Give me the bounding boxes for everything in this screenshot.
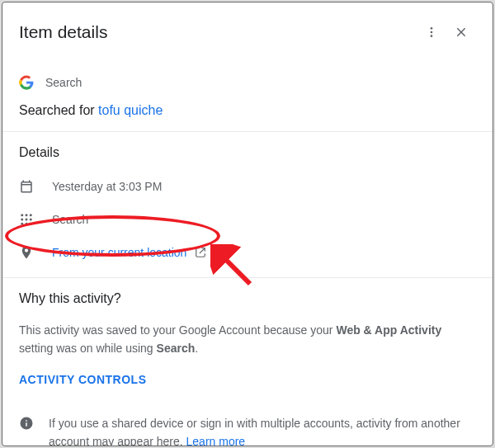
kebab-icon xyxy=(425,26,438,39)
dialog-header: Item details xyxy=(2,2,493,62)
searched-prefix: Searched for xyxy=(19,103,98,117)
source-section: Search Searched for tofu quiche xyxy=(2,62,493,132)
product-value: Search xyxy=(52,213,88,226)
svg-point-7 xyxy=(30,214,32,216)
apps-grid-icon xyxy=(19,212,34,227)
why-section: Why this activity? This activity was sav… xyxy=(2,278,493,399)
calendar-icon xyxy=(19,179,34,194)
activity-summary: Searched for tofu quiche xyxy=(19,103,476,118)
svg-point-12 xyxy=(26,223,28,225)
close-button[interactable] xyxy=(446,17,476,47)
svg-point-13 xyxy=(30,223,32,225)
detail-row-location: From your current location xyxy=(19,241,476,264)
detail-row-timestamp: Yesterday at 3:03 PM xyxy=(19,175,476,198)
shared-device-note: If you use a shared device or sign in wi… xyxy=(2,399,493,446)
open-external-icon xyxy=(195,247,206,258)
svg-point-10 xyxy=(30,219,32,221)
svg-point-6 xyxy=(26,214,28,216)
location-pin-icon xyxy=(19,245,34,260)
shared-device-text: If you use a shared device or sign in wi… xyxy=(49,414,476,446)
source-row: Search xyxy=(19,75,476,90)
svg-point-9 xyxy=(26,219,28,221)
info-icon xyxy=(19,416,34,431)
svg-point-0 xyxy=(431,27,433,30)
google-logo-icon xyxy=(19,75,34,90)
search-query-link[interactable]: tofu quiche xyxy=(98,103,163,117)
detail-row-product: Search xyxy=(19,208,476,231)
more-options-button[interactable] xyxy=(417,17,446,47)
location-link[interactable]: From your current location xyxy=(52,246,206,259)
timestamp-value: Yesterday at 3:03 PM xyxy=(52,180,162,193)
svg-point-2 xyxy=(431,35,433,37)
svg-point-5 xyxy=(21,214,23,216)
why-explanation: This activity was saved to your Google A… xyxy=(19,321,476,358)
learn-more-link[interactable]: Learn more xyxy=(186,435,246,446)
activity-controls-link[interactable]: ACTIVITY CONTROLS xyxy=(19,373,476,386)
close-icon xyxy=(455,26,468,39)
svg-point-1 xyxy=(431,31,433,34)
details-section: Details Yesterday at 3:03 PM Search From… xyxy=(2,132,493,278)
item-details-dialog: Item details Search Searched for tofu qu… xyxy=(2,2,493,446)
source-label: Search xyxy=(45,76,82,89)
details-heading: Details xyxy=(19,145,476,160)
svg-point-8 xyxy=(21,219,23,221)
location-link-text: From your current location xyxy=(52,246,186,259)
dialog-content: Search Searched for tofu quiche Details … xyxy=(2,62,493,446)
svg-point-11 xyxy=(21,223,23,225)
why-heading: Why this activity? xyxy=(19,291,476,306)
dialog-title: Item details xyxy=(19,22,417,42)
